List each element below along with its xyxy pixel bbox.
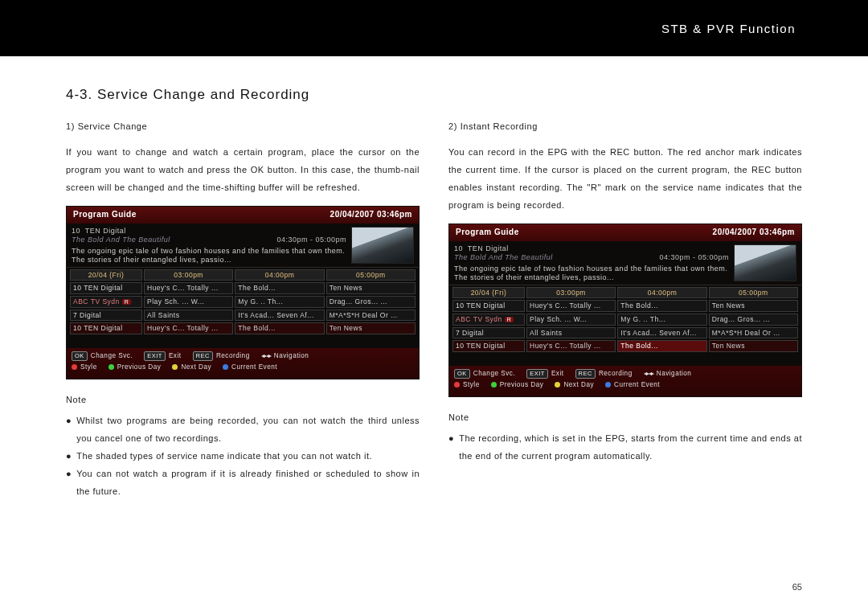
epg-program-cell[interactable]: All Saints [144,310,233,322]
epg-channel: 10 TEN Digital [72,227,346,236]
epg-footer-label: Next Day [181,363,211,371]
epg-program-desc: The ongoing epic tale of two fashion hou… [454,264,729,283]
epg-header: Program Guide20/04/2007 03:46pm [449,224,801,241]
epg-service-cell[interactable]: ABC TV SydnR [452,314,525,326]
epg-program-cell[interactable]: Huey's C... Totally ... [144,282,233,294]
epg-program-cell[interactable]: Ten News [326,282,416,294]
epg-service-cell[interactable]: 7 Digital [452,327,525,339]
bullet-text: You can not watch a program if it is alr… [76,465,420,500]
epg-title: Program Guide [456,228,519,238]
left-column: 1) Service Change If you want to change … [66,117,420,500]
epg-service-cell[interactable]: 7 Digital [70,310,142,322]
epg-grid-head-cell: 05:00pm [326,269,416,281]
epg-grid-row[interactable]: 10 TEN DigitalHuey's C... Totally ...The… [70,282,416,294]
epg-program-cell[interactable]: Huey's C... Totally ... [526,300,616,312]
epg-grid-row[interactable]: 7 DigitalAll SaintsIt's Acad... Seven Af… [70,310,416,322]
epg-program-cell[interactable]: My G. .. Th... [235,296,324,308]
epg-grid-head-cell: 04:00pm [235,269,324,281]
red-dot-icon [454,382,460,388]
note-bullet: ●You can not watch a program if it is al… [66,465,420,500]
key-icon: EXIT [526,369,548,378]
key-icon: OK [454,369,470,378]
epg-program-cell[interactable]: Ten News [326,322,416,334]
epg-footer-item: OKChange Svc. [72,351,133,360]
page-title: 4-3. Service Change and Recording [66,87,868,103]
epg-program-cell[interactable]: Huey's C... Totally ... [144,322,233,334]
epg-program-cell[interactable]: The Bold... [617,340,706,352]
epg-footer-label: Navigation [657,370,692,378]
blue-dot-icon [223,364,228,370]
epg-program-cell[interactable]: Drag... Gros... ... [709,314,798,326]
blue-dot-icon [605,382,611,388]
epg-screenshot-left: Program Guide20/04/2007 03:46pm10 TEN Di… [66,206,420,379]
epg-program-cell[interactable]: Play Sch. ... W... [144,296,233,308]
epg-service-cell[interactable]: 10 TEN Digital [452,300,525,312]
epg-datetime: 20/04/2007 03:46pm [713,228,795,238]
right-notes: ●The recording, which is set in the EPG,… [448,429,802,465]
epg-grid-head: 20/04 (Fri)03:00pm04:00pm05:00pm [452,287,798,299]
epg-program-cell[interactable]: The Bold... [235,322,324,334]
epg-program-times: 04:30pm - 05:00pm [276,236,346,244]
epg-grid-row[interactable]: 10 TEN DigitalHuey's C... Totally ...The… [452,340,798,352]
page-number: 65 [792,582,802,592]
epg-footer-item: ◂▸◂▸Navigation [644,369,692,378]
bullet-dot-icon: ● [448,429,454,465]
right-subhead: 2) Instant Recording [448,117,802,135]
epg-program-cell[interactable]: The Bold... [617,300,706,312]
epg-service-cell[interactable]: 10 TEN Digital [452,340,525,352]
epg-program-cell[interactable]: It's Acad... Seven Af... [235,310,324,322]
epg-program-cell[interactable]: Ten News [709,300,798,312]
epg-footer-item: RECRecording [193,351,250,360]
epg-service-cell[interactable]: 10 TEN Digital [70,282,142,294]
epg-footer-label: Current Event [231,363,277,371]
epg-thumbnail [734,244,796,281]
epg-program-cell[interactable]: It's Acad... Seven Af... [617,327,706,339]
epg-grid-row[interactable]: 7 DigitalAll SaintsIt's Acad... Seven Af… [452,327,798,339]
epg-program-name: The Bold And The Beautiful [454,253,553,261]
epg-grid-head-cell: 20/04 (Fri) [452,287,525,299]
epg-footer-label: Recording [599,370,633,378]
epg-service-cell[interactable]: 10 TEN Digital [70,322,142,334]
bullet-dot-icon: ● [66,447,72,465]
epg-program-cell[interactable]: The Bold... [235,282,324,294]
epg-footer-label: Current Event [614,381,660,389]
key-icon: EXIT [144,351,166,360]
yellow-dot-icon [172,364,178,370]
epg-grid-row[interactable]: ABC TV SydnRPlay Sch. ... W...My G. .. T… [452,314,798,326]
note-bullet: ●The recording, which is set in the EPG,… [448,429,802,465]
epg-program-cell[interactable]: My G. .. Th... [617,314,706,326]
epg-footer-label: Exit [551,370,564,378]
epg-footer-item: Previous Day [108,363,162,371]
epg-footer-label: Previous Day [117,363,162,371]
rec-badge-icon: R [122,299,132,305]
epg-grid-head-cell: 03:00pm [144,269,233,281]
key-icon: REC [193,351,213,360]
left-notes: ●Whilst two programs are being recorded,… [66,412,420,500]
epg-grid-row[interactable]: ABC TV SydnRPlay Sch. ... W...My G. .. T… [70,296,416,308]
epg-grid-head: 20/04 (Fri)03:00pm04:00pm05:00pm [70,269,416,281]
epg-footer-label: Previous Day [500,381,544,389]
epg-grid-row[interactable]: 10 TEN DigitalHuey's C... Totally ...The… [70,322,416,334]
epg-program-cell[interactable]: All Saints [526,327,616,339]
key-icon: OK [72,351,88,360]
epg-header: Program Guide20/04/2007 03:46pm [67,207,419,223]
epg-footer-label: Style [80,363,97,371]
epg-datetime: 20/04/2007 03:46pm [330,210,412,220]
epg-footer-item: Previous Day [491,381,544,389]
epg-program-cell[interactable]: M*A*S*H Deal Or ... [326,310,416,322]
epg-program-cell[interactable]: M*A*S*H Deal Or ... [709,327,798,339]
epg-program-cell[interactable]: Drag... Gros... ... [326,296,416,308]
epg-footer-label: Style [463,381,480,389]
epg-service-cell[interactable]: ABC TV SydnR [70,296,142,308]
epg-title: Program Guide [73,210,137,220]
epg-program-cell[interactable]: Ten News [709,340,798,352]
epg-grid-head-cell: 20/04 (Fri) [70,269,142,281]
epg-footer-item: Current Event [223,363,277,371]
epg-program-cell[interactable]: Play Sch. ... W... [526,314,616,326]
epg-screenshot-right: Program Guide20/04/2007 03:46pm10 TEN Di… [448,223,802,397]
bullet-dot-icon: ● [66,412,72,447]
epg-program-cell[interactable]: Huey's C... Totally ... [526,340,616,352]
epg-footer-item: OKChange Svc. [454,369,515,378]
left-subhead: 1) Service Change [66,117,420,135]
epg-grid-row[interactable]: 10 TEN DigitalHuey's C... Totally ...The… [452,300,798,312]
